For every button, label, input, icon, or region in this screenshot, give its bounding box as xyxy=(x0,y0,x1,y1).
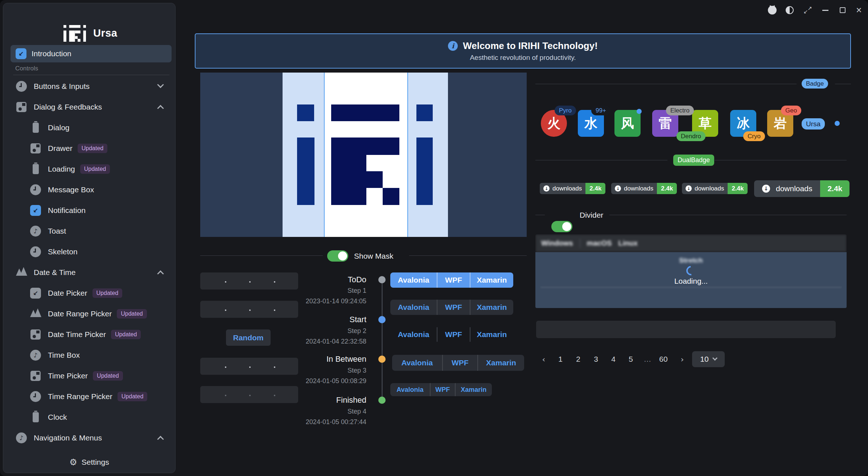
page-size-select[interactable]: 10 xyxy=(692,351,725,367)
page-prev-button[interactable]: ‹ xyxy=(538,354,550,365)
sidebar-divider xyxy=(13,75,169,75)
save-icon xyxy=(29,370,42,382)
welcome-banner: i Welcome to IRIHI Technology! Aesthetic… xyxy=(195,33,851,69)
sidebar-item-clock[interactable]: Clock xyxy=(3,407,176,427)
github-button[interactable] xyxy=(767,5,777,15)
sidebar-item-time-box[interactable]: ♪ Time Box xyxy=(3,345,176,365)
settings-button[interactable]: ⚙ Settings xyxy=(4,452,175,472)
page-button-2[interactable]: 2 xyxy=(572,354,584,365)
wpf-button[interactable]: WPF xyxy=(442,355,477,371)
sidebar-item-toast[interactable]: ♪ Toast xyxy=(3,221,176,241)
sidebar-section-dialog-feedbacks[interactable]: Dialog & Feedbacks xyxy=(3,97,176,117)
sidebar-item-notification[interactable]: ↙ Notification xyxy=(3,200,176,221)
sidebar-item-time-picker[interactable]: Time Picker Updated xyxy=(3,365,176,386)
xamarin-button[interactable]: Xamarin xyxy=(455,383,492,396)
sidebar-section-navigation-menus[interactable]: ♪ Navigation & Menus xyxy=(3,427,176,448)
minimize-button[interactable] xyxy=(820,5,830,15)
wpf-button[interactable]: WPF xyxy=(437,327,470,342)
page-button-1[interactable]: 1 xyxy=(554,354,567,365)
sidebar-item-date-range-picker[interactable]: Date Range Picker Updated xyxy=(3,303,176,324)
updated-badge: Updated xyxy=(78,144,108,153)
mask-border-line xyxy=(324,73,325,237)
xamarin-button[interactable]: Xamarin xyxy=(477,355,524,371)
github-icon xyxy=(768,6,777,15)
page-next-button[interactable]: › xyxy=(676,354,688,365)
tab-linux[interactable]: Linux xyxy=(618,239,638,247)
avalonia-button[interactable]: Avalonia xyxy=(390,327,437,342)
sidebar-item-dialog[interactable]: Dialog xyxy=(3,117,176,138)
maximize-button[interactable] xyxy=(838,5,848,15)
random-button[interactable]: Random xyxy=(226,329,271,346)
tab-strip: Windows macOS Linux xyxy=(535,234,847,252)
sidebar-item-label: Introduction xyxy=(32,49,71,58)
download-icon: ↓ xyxy=(686,185,692,192)
maximize-icon xyxy=(840,7,846,13)
wpf-button[interactable]: WPF xyxy=(437,300,470,315)
clock-icon xyxy=(29,184,42,196)
avalonia-button[interactable]: Avalonia xyxy=(390,272,437,288)
sidebar-item-date-time-picker[interactable]: Date Time Picker Updated xyxy=(3,324,176,345)
updated-badge: Updated xyxy=(111,330,141,339)
divider-toggle-label: Divider xyxy=(580,211,603,219)
sidebar-item-loading[interactable]: Loading Updated xyxy=(3,159,176,179)
divider-toggle[interactable] xyxy=(551,221,572,232)
blurred-divider xyxy=(540,287,842,288)
sidebar-section-buttons-inputs[interactable]: Buttons & Inputs xyxy=(3,76,176,97)
timeline-date: 2023-01-14 09:24:05 xyxy=(283,298,366,305)
avalonia-button[interactable]: Avalonia xyxy=(392,355,442,371)
controls-group-label: Controls xyxy=(15,65,38,72)
sidebar-item-introduction[interactable]: ↙ Introduction xyxy=(11,45,172,62)
cryo-badge: Cryo xyxy=(743,131,765,141)
xamarin-button[interactable]: Xamarin xyxy=(470,272,513,288)
battery-icon xyxy=(29,122,42,134)
clock-icon xyxy=(29,390,42,403)
clock-icon xyxy=(15,80,28,93)
empty-input-panel[interactable] xyxy=(536,321,836,338)
sidebar-item-time-range-picker[interactable]: Time Range Picker Updated xyxy=(3,386,176,407)
avalonia-button[interactable]: Avalonia xyxy=(390,300,437,315)
import-icon: ↙ xyxy=(16,48,26,59)
resize-button[interactable]: ↗↙ xyxy=(803,5,813,15)
import-icon: ↙ xyxy=(29,287,42,299)
wpf-button[interactable]: WPF xyxy=(437,272,470,288)
timeline-step: Step 3 xyxy=(283,367,366,374)
geo-badge: Geo xyxy=(781,106,801,115)
sidebar-section-date-time[interactable]: Date & Time xyxy=(3,262,176,283)
updated-badge: Updated xyxy=(92,288,123,298)
button-group-dark-wide: Avalonia WPF Xamarin xyxy=(392,355,524,371)
sidebar-item-drawer[interactable]: Drawer Updated xyxy=(3,138,176,159)
music-note-icon: ♪ xyxy=(29,349,42,361)
page-button-60[interactable]: 60 xyxy=(657,354,670,365)
timeline-step: Step 4 xyxy=(283,408,366,415)
show-mask-toggle[interactable] xyxy=(327,250,348,262)
ursa-badge: Ursa xyxy=(802,118,825,130)
electro-badge: Electro xyxy=(666,106,694,115)
import-icon: ↙ xyxy=(29,204,42,217)
xamarin-button[interactable]: Xamarin xyxy=(470,300,513,315)
page-button-3[interactable]: 3 xyxy=(590,354,602,365)
close-icon: × xyxy=(856,5,862,15)
avalonia-button[interactable]: Avalonia xyxy=(390,383,430,396)
banner-title: Welcome to IRIHI Technology! xyxy=(463,40,598,52)
sidebar-item-skeleton[interactable]: Skeleton xyxy=(3,241,176,262)
divider-line xyxy=(835,84,851,84)
save-icon xyxy=(15,101,28,113)
theme-toggle-button[interactable] xyxy=(785,5,795,15)
page-button-5[interactable]: 5 xyxy=(625,354,637,365)
sidebar-item-message-box[interactable]: Message Box xyxy=(3,179,176,200)
sidebar-item-date-picker[interactable]: ↙ Date Picker Updated xyxy=(3,283,176,303)
tab-macos[interactable]: macOS xyxy=(587,239,612,247)
tab-windows[interactable]: Windows xyxy=(541,239,573,247)
ursa-logo-icon xyxy=(63,25,86,42)
xamarin-button[interactable]: Xamarin xyxy=(470,327,513,342)
timeline-dot-start xyxy=(378,316,386,323)
download-icon: ↓ xyxy=(615,185,621,192)
loading-overlay: Stretch Loading... xyxy=(535,252,847,308)
wpf-button[interactable]: WPF xyxy=(430,383,455,396)
loading-label: Loading... xyxy=(535,277,847,286)
close-button[interactable]: × xyxy=(854,5,864,15)
page-button-4[interactable]: 4 xyxy=(607,354,620,365)
tab-separator xyxy=(580,239,580,248)
divider-line xyxy=(714,160,847,160)
page-size-value: 10 xyxy=(700,355,708,364)
